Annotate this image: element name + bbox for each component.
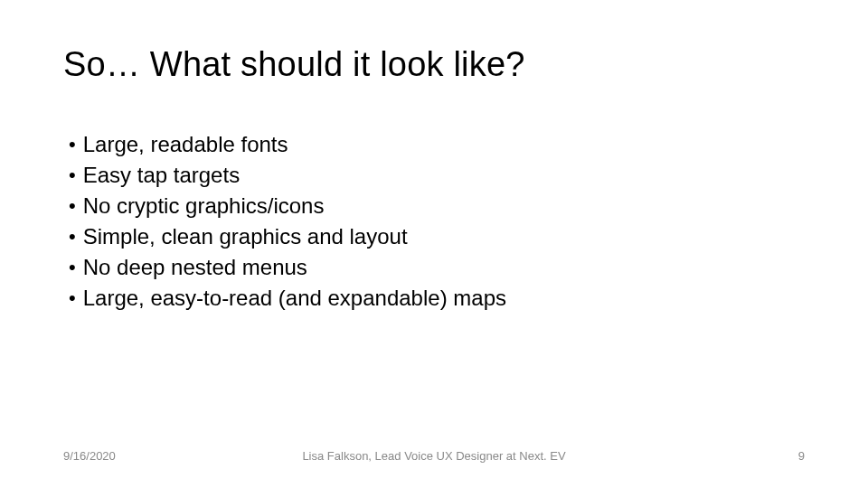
bullet-text: No cryptic graphics/icons bbox=[83, 191, 325, 221]
slide-title: So… What should it look like? bbox=[63, 45, 805, 84]
footer-page-number: 9 bbox=[798, 449, 805, 463]
bullet-icon: • bbox=[69, 191, 76, 221]
list-item: • Large, readable fonts bbox=[69, 129, 805, 160]
bullet-icon: • bbox=[69, 129, 76, 159]
bullet-text: Easy tap targets bbox=[83, 160, 240, 191]
bullet-icon: • bbox=[69, 221, 76, 251]
slide-container: So… What should it look like? • Large, r… bbox=[0, 0, 868, 488]
footer-date: 9/16/2020 bbox=[63, 449, 116, 463]
footer-author: Lisa Falkson, Lead Voice UX Designer at … bbox=[302, 449, 565, 463]
bullet-text: Large, easy-to-read (and expandable) map… bbox=[83, 283, 506, 314]
list-item: • No cryptic graphics/icons bbox=[69, 191, 805, 221]
bullet-text: Large, readable fonts bbox=[83, 129, 288, 160]
bullet-list: • Large, readable fonts • Easy tap targe… bbox=[63, 129, 805, 314]
slide-footer: 9/16/2020 Lisa Falkson, Lead Voice UX De… bbox=[0, 449, 868, 463]
bullet-icon: • bbox=[69, 160, 76, 190]
list-item: • Easy tap targets bbox=[69, 160, 805, 191]
list-item: • Large, easy-to-read (and expandable) m… bbox=[69, 283, 805, 314]
bullet-icon: • bbox=[69, 252, 76, 282]
list-item: • No deep nested menus bbox=[69, 252, 805, 283]
bullet-icon: • bbox=[69, 283, 76, 313]
list-item: • Simple, clean graphics and layout bbox=[69, 221, 805, 252]
bullet-text: Simple, clean graphics and layout bbox=[83, 221, 408, 252]
bullet-text: No deep nested menus bbox=[83, 252, 307, 283]
